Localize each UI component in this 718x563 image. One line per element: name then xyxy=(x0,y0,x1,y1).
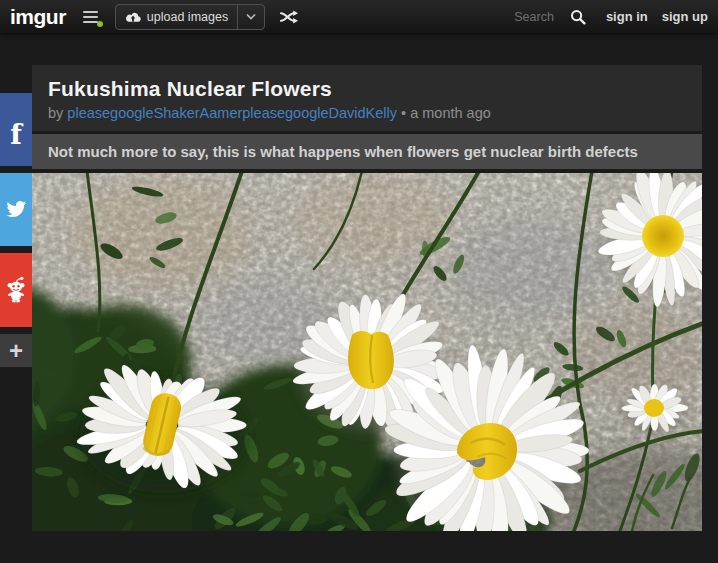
gallery-menu-button[interactable] xyxy=(81,6,100,28)
green-dot-icon xyxy=(97,21,103,27)
sign-up-link[interactable]: sign up xyxy=(662,9,708,24)
reddit-snoo-icon xyxy=(3,275,29,305)
post-description: Not much more to say, this is what happe… xyxy=(48,142,686,161)
chevron-down-icon xyxy=(246,13,256,20)
top-navbar: imgur upload images xyxy=(0,0,718,33)
shuffle-icon xyxy=(280,10,299,24)
post-card: Fukushima Nuclear Flowers by pleasegoogl… xyxy=(32,65,702,531)
share-reddit-button[interactable] xyxy=(0,253,32,327)
sign-in-link[interactable]: sign in xyxy=(606,9,648,24)
post-header: Fukushima Nuclear Flowers by pleasegoogl… xyxy=(32,65,702,131)
upload-cloud-icon xyxy=(125,11,141,23)
plus-icon: + xyxy=(9,339,23,363)
share-twitter-button[interactable] xyxy=(0,173,32,246)
byline-separator: • xyxy=(401,105,406,121)
search-icon xyxy=(570,9,586,25)
post-title: Fukushima Nuclear Flowers xyxy=(48,76,686,102)
imgur-logo[interactable]: imgur xyxy=(10,5,66,29)
upload-images-button[interactable]: upload images xyxy=(115,4,265,30)
page: imgur upload images xyxy=(0,0,718,563)
author-link[interactable]: pleasegoogleShakerAamerpleasegoogleDavid… xyxy=(67,105,397,121)
post-age: a month ago xyxy=(410,105,491,121)
share-more-button[interactable]: + xyxy=(0,334,32,367)
search-input[interactable] xyxy=(486,9,556,25)
menu-bars-icon xyxy=(83,11,98,23)
post-image[interactable] xyxy=(32,173,702,531)
shuffle-button[interactable] xyxy=(278,8,301,26)
upload-images-label: upload images xyxy=(141,10,237,24)
daisy-photo xyxy=(32,173,702,531)
upload-dropdown[interactable] xyxy=(238,13,264,20)
share-facebook-button[interactable]: f xyxy=(0,93,32,166)
post-description-bar: Not much more to say, this is what happe… xyxy=(32,134,702,169)
byline-prefix: by xyxy=(48,105,63,121)
search-button[interactable] xyxy=(570,9,586,25)
twitter-bird-icon xyxy=(5,201,27,219)
navbar-right: sign in sign up xyxy=(486,9,708,25)
facebook-f-icon: f xyxy=(10,121,22,148)
post-byline: by pleasegoogleShakerAamerpleasegoogleDa… xyxy=(48,104,686,122)
